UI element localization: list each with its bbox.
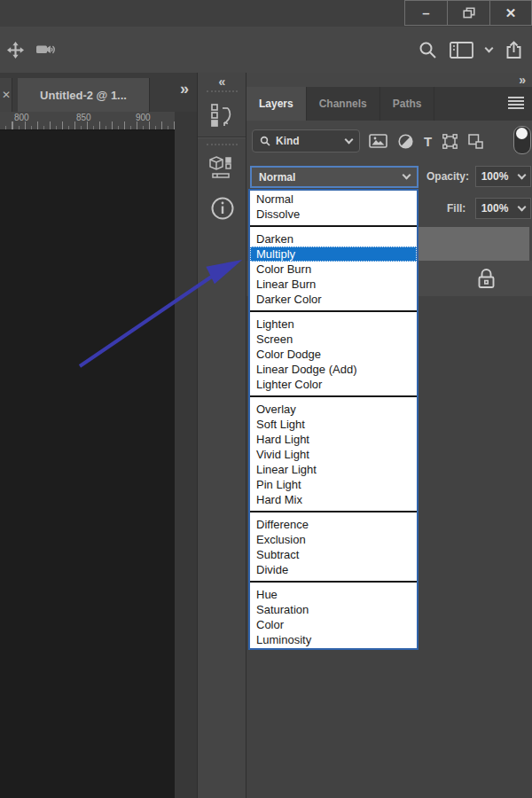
share-icon[interactable]	[505, 41, 523, 59]
tab-channels[interactable]: Channels	[307, 87, 380, 121]
search-icon	[260, 136, 270, 146]
blend-mode-option[interactable]: Vivid Light	[250, 447, 417, 462]
fill-label: Fill:	[447, 202, 466, 215]
horizontal-ruler: 800 850 900	[0, 112, 175, 130]
close-button[interactable]: ✕	[489, 0, 532, 26]
tab-paths[interactable]: Paths	[380, 87, 435, 121]
workspace-chevron-icon[interactable]	[485, 43, 494, 52]
tab-close-icon[interactable]: ✕	[2, 89, 11, 101]
opacity-label: Opacity:	[426, 170, 469, 183]
filter-kind-label: Kind	[276, 135, 340, 147]
blend-mode-option[interactable]: Linear Dodge (Add)	[250, 362, 417, 377]
blend-mode-option[interactable]: Subtract	[250, 547, 417, 562]
dropdown-separator	[250, 225, 417, 227]
blend-mode-option[interactable]: Normal	[250, 192, 417, 207]
filter-kind-select[interactable]: Kind	[252, 129, 360, 153]
dock-grip[interactable]	[207, 90, 238, 95]
blend-mode-option[interactable]: Color Dodge	[250, 347, 417, 362]
blend-mode-option[interactable]: Hard Mix	[250, 492, 417, 507]
filter-shape-layers-icon[interactable]	[442, 134, 458, 149]
blend-mode-option[interactable]: Soft Light	[250, 417, 417, 432]
window-titlebar: – ✕	[0, 0, 532, 27]
ruler-tick-label: 850	[76, 113, 91, 122]
blend-mode-select[interactable]: Normal	[250, 166, 419, 188]
filter-pixel-layers-icon[interactable]	[369, 134, 387, 148]
filter-adjustment-layers-icon[interactable]	[398, 134, 413, 149]
blend-mode-option[interactable]: Saturation	[250, 602, 417, 617]
blend-mode-option[interactable]: Hue	[250, 587, 417, 602]
dock-collapse-button[interactable]: «	[198, 74, 246, 89]
workspace-switcher-icon[interactable]	[450, 42, 473, 59]
search-icon[interactable]	[419, 41, 437, 59]
blend-mode-option[interactable]: Dissolve	[250, 207, 417, 222]
opacity-value[interactable]: 100%	[475, 166, 514, 187]
move-tool-icon[interactable]	[7, 42, 24, 59]
tab-layers[interactable]: Layers	[246, 87, 307, 121]
document-tabbar: ✕ Untitled-2 @ 1... »	[0, 73, 197, 113]
blend-mode-option[interactable]: Pin Light	[250, 477, 417, 492]
3d-panel-button[interactable]	[198, 155, 246, 182]
blend-mode-option[interactable]: Exclusion	[250, 532, 417, 547]
blend-mode-option[interactable]: Divide	[250, 562, 417, 577]
blend-mode-option[interactable]: Overlay	[250, 402, 417, 417]
blend-mode-option[interactable]: Linear Burn	[250, 277, 417, 292]
toggle-ball	[516, 128, 528, 139]
fill-chevron-button[interactable]	[513, 198, 531, 219]
restore-button[interactable]	[447, 0, 489, 26]
chevron-down-icon	[518, 202, 527, 211]
blend-mode-dropdown: Normal Dissolve Darken Multiply Color Bu…	[248, 189, 419, 650]
chevron-down-icon	[403, 171, 411, 180]
dropdown-separator	[250, 511, 417, 512]
document-tab-partial[interactable]: ✕	[0, 78, 12, 112]
lock-icon	[476, 267, 497, 290]
chevron-down-icon	[345, 135, 354, 144]
layer-filter-row: Kind T	[246, 124, 532, 160]
ruler-tick-label: 800	[14, 113, 29, 122]
ruler-tick-label: 900	[136, 113, 151, 122]
document-canvas[interactable]	[0, 130, 175, 798]
blend-mode-option[interactable]: Color	[250, 617, 417, 632]
video-tool-icon[interactable]	[36, 43, 58, 57]
blend-mode-option[interactable]: Hard Light	[250, 432, 417, 447]
filter-smart-objects-icon[interactable]	[468, 134, 483, 149]
document-tab-label: Untitled-2 @ 1...	[40, 89, 127, 102]
history-panel-button[interactable]	[198, 102, 246, 129]
dock-divider	[198, 137, 246, 138]
tab-overflow-icon[interactable]: »	[180, 80, 188, 98]
options-toolbar	[0, 27, 532, 74]
blend-mode-option[interactable]: Darker Color	[250, 292, 417, 307]
minimize-button[interactable]: –	[404, 0, 447, 26]
blend-mode-option[interactable]: Screen	[250, 332, 417, 347]
blend-mode-option[interactable]: Color Burn	[250, 262, 417, 277]
blend-mode-option-selected[interactable]: Multiply	[250, 246, 417, 262]
blend-mode-option[interactable]: Lighten	[250, 317, 417, 332]
info-panel-button[interactable]	[198, 196, 246, 221]
panel-tabs: Layers Channels Paths	[246, 87, 532, 121]
filter-type-layers-icon[interactable]: T	[424, 135, 432, 148]
blend-mode-value: Normal	[259, 171, 403, 184]
panel-gutter	[175, 112, 197, 798]
dropdown-separator	[250, 310, 417, 312]
restore-icon	[463, 7, 475, 19]
panel-icon-dock: «	[197, 73, 246, 798]
history-panel-icon	[210, 102, 235, 129]
dock-grip[interactable]	[207, 144, 238, 148]
filtering-toggle[interactable]	[513, 126, 531, 154]
blend-row: Normal Opacity: 100%	[246, 165, 532, 190]
blend-mode-option[interactable]: Difference	[250, 517, 417, 532]
panel-menu-icon[interactable]	[508, 97, 524, 111]
dropdown-separator	[250, 395, 417, 397]
document-tab-active[interactable]: Untitled-2 @ 1...	[18, 78, 150, 112]
panel-expand-button[interactable]: »	[519, 73, 526, 87]
blend-mode-option[interactable]: Darken	[250, 231, 417, 246]
fill-value[interactable]: 100%	[475, 198, 514, 219]
blend-mode-option[interactable]: Linear Light	[250, 462, 417, 477]
dropdown-separator	[250, 581, 417, 583]
3d-panel-icon	[209, 155, 236, 182]
blend-mode-option[interactable]: Luminosity	[250, 632, 417, 647]
chevron-down-icon	[518, 170, 527, 179]
blend-mode-option[interactable]: Lighter Color	[250, 377, 417, 392]
opacity-chevron-button[interactable]	[513, 166, 531, 187]
info-panel-icon	[210, 196, 235, 221]
